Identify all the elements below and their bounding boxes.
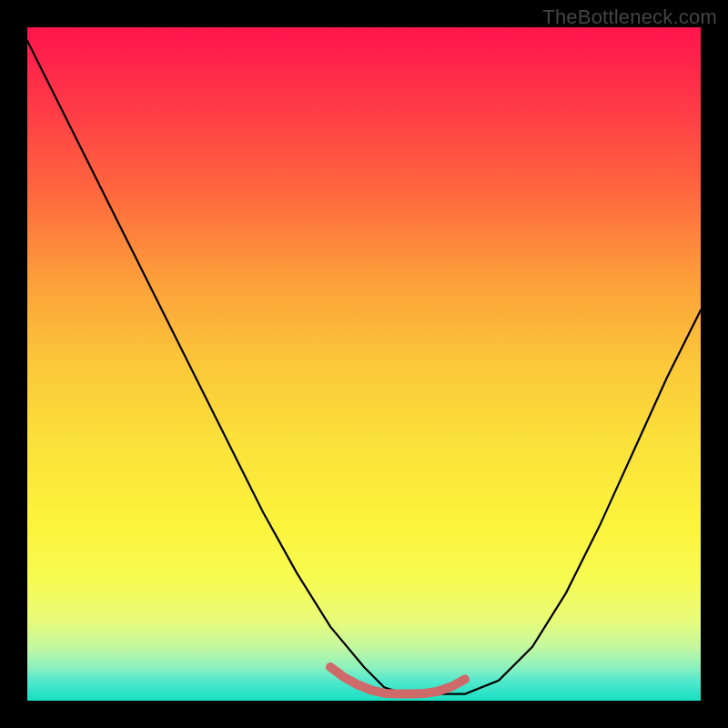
curve-layer bbox=[27, 27, 701, 701]
plot-area bbox=[27, 27, 701, 701]
chart-frame: TheBottleneck.com bbox=[0, 0, 728, 728]
bottleneck-curve bbox=[27, 41, 701, 694]
optimal-range-marker bbox=[330, 667, 465, 694]
watermark-text: TheBottleneck.com bbox=[542, 5, 717, 29]
